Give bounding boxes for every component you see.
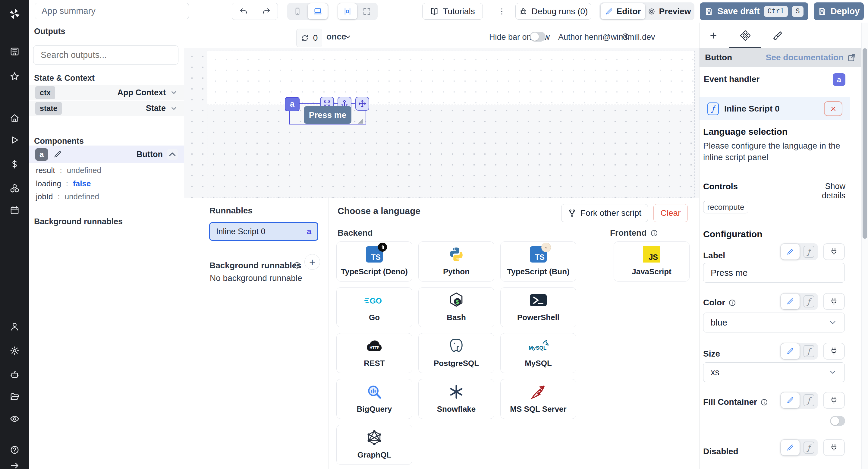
language-card-snowflake[interactable]: Snowflake bbox=[418, 379, 494, 419]
app-canvas[interactable]: a Press me − 100% + bbox=[184, 48, 699, 198]
editor-tab[interactable]: Editor bbox=[601, 3, 645, 19]
eval-mode-button[interactable]: ƒ bbox=[800, 393, 817, 408]
eval-mode-button[interactable]: ƒ bbox=[800, 244, 817, 259]
app-summary-input[interactable] bbox=[35, 3, 189, 19]
sidebar-workspace-icon[interactable] bbox=[10, 46, 20, 56]
centered-layout-button[interactable] bbox=[338, 3, 357, 19]
language-card-graphql[interactable]: GraphQL bbox=[336, 425, 412, 465]
sidebar-favorites-icon[interactable] bbox=[10, 71, 20, 82]
language-card-ms-sql-server[interactable]: MS SQL Server bbox=[500, 379, 576, 419]
more-menu-button[interactable] bbox=[495, 3, 508, 20]
language-card-mysql[interactable]: MySQLMySQL bbox=[500, 333, 576, 373]
eval-mode-button[interactable]: ƒ bbox=[800, 343, 817, 359]
mobile-view-button[interactable] bbox=[287, 7, 308, 16]
sidebar-settings-icon[interactable] bbox=[10, 346, 20, 356]
static-mode-button[interactable] bbox=[781, 293, 800, 309]
preview-tab[interactable]: Preview bbox=[645, 7, 693, 16]
remove-script-button[interactable] bbox=[824, 101, 842, 116]
sidebar-folders-icon[interactable] bbox=[10, 392, 20, 402]
clear-button[interactable]: Clear bbox=[653, 204, 688, 222]
inline-script-row[interactable]: ƒ Inline Script 0 bbox=[700, 97, 850, 120]
sidebar-resources-icon[interactable] bbox=[10, 183, 20, 193]
component-id-tag[interactable]: a bbox=[285, 97, 300, 111]
save-draft-button[interactable]: Save draft Ctrl S bbox=[700, 2, 808, 20]
language-card-go[interactable]: GOGo bbox=[336, 287, 412, 327]
language-card-javascript[interactable]: JSJavaScript bbox=[614, 242, 689, 282]
component-settings-tab[interactable] bbox=[740, 30, 750, 41]
static-mode-button[interactable] bbox=[781, 393, 800, 408]
eval-mode-button[interactable]: ƒ bbox=[800, 293, 817, 309]
language-card-bigquery[interactable]: BigQuery bbox=[336, 379, 412, 419]
connect-input-button[interactable] bbox=[823, 439, 845, 456]
sidebar-audit-icon[interactable] bbox=[10, 414, 20, 424]
tutorials-button[interactable]: Tutorials bbox=[422, 3, 483, 20]
connect-input-button[interactable] bbox=[823, 392, 845, 409]
deploy-button[interactable]: Deploy bbox=[814, 2, 864, 20]
windmill-logo-icon[interactable] bbox=[7, 8, 22, 20]
info-icon[interactable] bbox=[621, 33, 629, 41]
label-input[interactable] bbox=[703, 263, 845, 283]
sidebar-runs-icon[interactable] bbox=[10, 135, 20, 145]
language-card-postgresql[interactable]: PostgreSQL bbox=[418, 333, 494, 373]
input-mode-toggle[interactable]: ƒ bbox=[780, 293, 818, 310]
sidebar-account-icon[interactable] bbox=[10, 322, 20, 332]
scrollbar-track[interactable] bbox=[861, 23, 868, 469]
language-card-rest[interactable]: HTTPREST bbox=[336, 333, 412, 373]
language-card-powershell[interactable]: PowerShell bbox=[500, 287, 576, 327]
scrollbar-thumb[interactable] bbox=[863, 48, 867, 239]
connect-input-button[interactable] bbox=[823, 293, 845, 310]
language-card-python[interactable]: Python bbox=[418, 242, 494, 282]
language-card-typescript-bun[interactable]: TSTypeScript (Bun) bbox=[500, 242, 576, 282]
fork-other-script-button[interactable]: Fork other script bbox=[561, 204, 648, 222]
language-card-bash[interactable]: $Bash bbox=[418, 287, 494, 327]
hide-bar-toggle[interactable] bbox=[530, 32, 546, 41]
sidebar-schedules-icon[interactable] bbox=[10, 205, 20, 215]
runnable-item-inline-script-0[interactable]: Inline Script 0 a bbox=[209, 222, 318, 241]
recompute-chip[interactable]: recompute bbox=[703, 201, 748, 213]
sidebar-variables-icon[interactable] bbox=[10, 159, 20, 169]
debug-runs-button[interactable]: Debug runs (0) bbox=[516, 3, 591, 20]
static-mode-button[interactable] bbox=[781, 343, 800, 359]
color-select[interactable]: blue bbox=[703, 313, 845, 333]
full-width-button[interactable] bbox=[357, 7, 376, 16]
chevron-down-icon[interactable] bbox=[170, 89, 178, 96]
external-link-icon[interactable] bbox=[847, 53, 856, 62]
see-documentation-link[interactable]: See documentation bbox=[766, 53, 844, 62]
static-mode-button[interactable] bbox=[781, 440, 800, 456]
input-mode-toggle[interactable]: ƒ bbox=[780, 243, 818, 260]
chevron-down-icon[interactable] bbox=[170, 104, 178, 113]
rename-pencil-icon[interactable] bbox=[53, 150, 62, 159]
add-component-tab[interactable] bbox=[709, 31, 718, 40]
redo-button[interactable] bbox=[255, 3, 278, 20]
sidebar-collapse-icon[interactable] bbox=[10, 461, 20, 469]
styling-tab[interactable] bbox=[773, 30, 783, 41]
press-me-button[interactable]: Press me bbox=[304, 106, 351, 124]
info-icon[interactable] bbox=[728, 299, 736, 307]
eval-mode-button[interactable]: ƒ bbox=[800, 440, 817, 456]
info-icon[interactable] bbox=[650, 229, 658, 237]
language-card-typescript-deno[interactable]: TSTypeScript (Deno) bbox=[336, 242, 412, 282]
undo-button[interactable] bbox=[232, 3, 255, 20]
input-mode-toggle[interactable]: ƒ bbox=[780, 343, 818, 359]
schedule-select-value[interactable]: once bbox=[327, 32, 346, 41]
move-component-button[interactable] bbox=[355, 97, 369, 111]
connect-input-button[interactable] bbox=[823, 343, 845, 359]
refresh-count-button[interactable]: 0 bbox=[296, 29, 322, 47]
component-row-button[interactable]: a Button bbox=[29, 146, 184, 163]
add-background-runnable-button[interactable]: + bbox=[304, 254, 320, 270]
sidebar-home-icon[interactable] bbox=[10, 113, 20, 123]
static-mode-button[interactable] bbox=[781, 244, 800, 259]
output-row-state[interactable]: state State bbox=[29, 101, 184, 116]
search-outputs-input[interactable] bbox=[33, 45, 179, 65]
size-select[interactable]: xs bbox=[703, 362, 845, 382]
resize-handle[interactable] bbox=[358, 119, 363, 124]
info-icon[interactable] bbox=[293, 261, 301, 270]
desktop-view-button[interactable] bbox=[308, 3, 328, 19]
input-mode-toggle[interactable]: ƒ bbox=[780, 439, 818, 456]
connect-input-button[interactable] bbox=[823, 243, 845, 260]
chevron-down-icon[interactable] bbox=[344, 33, 352, 41]
input-mode-toggle[interactable]: ƒ bbox=[780, 392, 818, 409]
sidebar-help-icon[interactable] bbox=[10, 445, 20, 455]
info-icon[interactable] bbox=[760, 398, 768, 406]
sidebar-workers-icon[interactable] bbox=[10, 370, 20, 380]
